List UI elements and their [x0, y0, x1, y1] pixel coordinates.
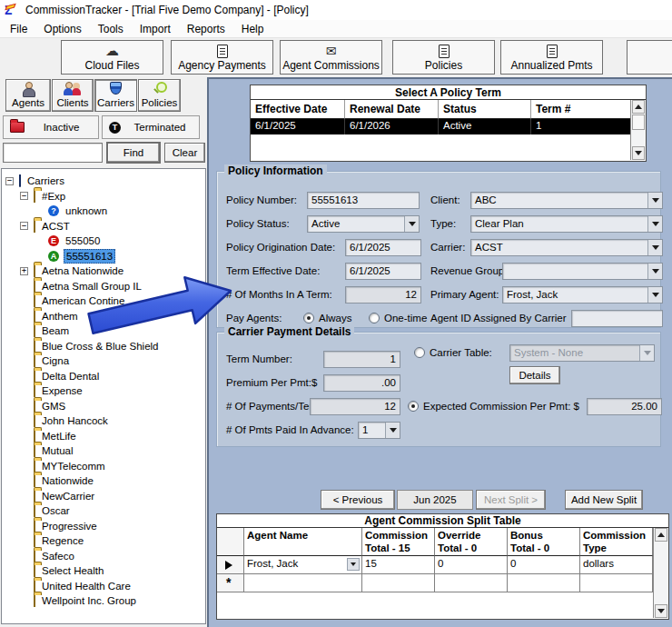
policy-term-scrollbar[interactable] — [630, 100, 646, 160]
tree-item[interactable]: Select Health — [2, 563, 205, 579]
type-dropdown[interactable]: Clear Plan — [470, 215, 663, 233]
menu-file[interactable]: File — [2, 21, 35, 37]
policy-term-row-selected[interactable]: 6/1/2025 6/1/2026 Active 1 — [251, 119, 630, 134]
previous-split-button[interactable]: < Previous Split — [321, 490, 395, 510]
clipped-toolbar-button[interactable]: Al — [627, 40, 672, 75]
months-in-term-field[interactable]: 12 — [345, 286, 421, 304]
chevron-down-icon[interactable] — [647, 240, 662, 255]
tree-item[interactable]: Cigna — [2, 353, 205, 369]
chevron-down-icon[interactable] — [347, 558, 360, 571]
tree-item[interactable]: MYTelecomm — [2, 459, 205, 474]
tree-item[interactable]: ACST — [2, 219, 205, 234]
tree-item[interactable]: Beam — [2, 323, 205, 339]
tree-item[interactable]: Mutual — [2, 443, 205, 459]
tree-item[interactable]: Wellpoint Inc. Group — [2, 593, 205, 609]
policy-status-dropdown[interactable]: Active — [307, 215, 420, 233]
menu-tools[interactable]: Tools — [90, 21, 132, 37]
menu-help[interactable]: Help — [233, 21, 272, 37]
policy-information-title: Policy Information — [224, 164, 327, 177]
terminated-filter-button[interactable]: Terminated — [102, 115, 200, 139]
split-table-row[interactable]: Frost, Jack 15 0 0 dollars — [217, 556, 653, 574]
chevron-down-icon[interactable] — [647, 287, 662, 303]
tree-item[interactable]: 555050 — [2, 234, 205, 249]
term-effective-date-field[interactable]: 6/1/2025 — [345, 263, 421, 280]
scroll-down-icon[interactable] — [655, 604, 667, 618]
tree-item[interactable]: Blue Cross & Blue Shield — [2, 339, 205, 354]
clear-button[interactable]: Clear — [164, 143, 205, 163]
tree-item[interactable]: John Hancock — [2, 413, 205, 429]
expand-expander-icon[interactable] — [20, 267, 34, 275]
add-new-split-button[interactable]: Add New Split — [565, 490, 643, 510]
scroll-up-icon[interactable] — [655, 528, 667, 542]
title-bar: CommissionTracker - [Trial Five Demo Com… — [0, 0, 672, 20]
person-icon — [6, 80, 50, 96]
pay-agents-always-radio[interactable] — [303, 313, 314, 323]
folder-icon — [34, 385, 35, 396]
tree-item[interactable]: United Health Care — [2, 579, 205, 594]
tree-item[interactable]: unknown — [2, 204, 205, 219]
agent-name-cell[interactable]: Frost, Jack — [244, 556, 362, 574]
tree-item[interactable]: NewCarrier — [2, 489, 205, 504]
expected-commission-radio[interactable] — [408, 401, 419, 412]
scroll-down-icon[interactable] — [632, 146, 645, 160]
tree-item[interactable]: Safeco — [2, 549, 205, 564]
client-dropdown[interactable]: ABC — [470, 192, 663, 209]
collapse-expander-icon[interactable] — [5, 177, 19, 185]
tree-item[interactable]: Oscar — [2, 503, 205, 519]
agent-id-field[interactable] — [571, 310, 663, 327]
primary-agent-dropdown[interactable]: Frost, Jack — [502, 286, 663, 304]
split-table-new-row[interactable] — [217, 574, 653, 592]
tree-item[interactable]: Delta Dental — [2, 369, 205, 384]
carrier-table-radio[interactable] — [414, 347, 425, 358]
revenue-group-dropdown[interactable] — [502, 263, 663, 280]
annualized-pmts-button[interactable]: Annualized Pmts — [500, 40, 603, 75]
tree-item-carriers-root[interactable]: Carriers — [2, 174, 205, 189]
scroll-up-icon[interactable] — [632, 100, 645, 114]
scrollbar-thumb[interactable] — [632, 114, 645, 130]
search-input[interactable] — [3, 143, 103, 163]
agent-commissions-button[interactable]: ✉ Agent Commissions — [280, 40, 382, 75]
inactive-filter-button[interactable]: Inactive — [3, 115, 99, 139]
find-button[interactable]: Find — [107, 143, 160, 163]
agency-payments-button[interactable]: Agency Payments — [171, 40, 273, 75]
tree-item[interactable]: Regence — [2, 533, 205, 549]
cloud-files-button[interactable]: ☁ Cloud Files — [61, 40, 163, 75]
tree-item[interactable]: Expense — [2, 383, 205, 399]
pay-agents-onetime-radio[interactable] — [369, 313, 380, 323]
collapse-expander-icon[interactable] — [20, 192, 34, 200]
expected-commission-field[interactable]: 25.00 — [587, 398, 662, 415]
policy-number-field[interactable]: 55551613 — [307, 192, 420, 209]
pmts-in-advance-dropdown[interactable]: 1 — [358, 422, 400, 439]
tab-carriers[interactable]: Carriers — [94, 79, 137, 112]
tab-clients[interactable]: Clients — [52, 79, 94, 112]
details-button[interactable]: Details — [509, 366, 560, 384]
tree-item[interactable]: GMS — [2, 399, 205, 414]
split-table-scrollbar[interactable] — [653, 528, 668, 618]
tree-item[interactable]: Aetna Nationwide — [2, 264, 205, 279]
menu-import[interactable]: Import — [132, 21, 179, 37]
payments-per-term-field[interactable]: 12 — [310, 398, 400, 415]
tab-policies[interactable]: Policies — [138, 79, 181, 112]
chevron-down-icon[interactable] — [647, 193, 662, 208]
chevron-down-icon[interactable] — [647, 216, 662, 232]
chevron-down-icon[interactable] — [647, 264, 662, 279]
menu-options[interactable]: Options — [35, 21, 89, 37]
tree-item[interactable]: #Exp — [2, 189, 205, 204]
tree-item[interactable]: Nationwide — [2, 473, 205, 489]
tree-item-selected[interactable]: 55551613 — [2, 249, 205, 264]
chevron-down-icon[interactable] — [385, 423, 400, 438]
tree-item[interactable]: Progressive — [2, 519, 205, 534]
menu-reports[interactable]: Reports — [179, 21, 233, 37]
tree-item[interactable]: American Contine — [2, 294, 205, 309]
tab-agents[interactable]: Agents — [5, 79, 51, 112]
policies-button[interactable]: Policies — [392, 40, 495, 75]
tree-item[interactable]: Aetna Small Group IL — [2, 279, 205, 294]
tree-item[interactable]: Anthem — [2, 309, 205, 324]
term-number-field[interactable]: 1 — [323, 351, 400, 368]
tree-item[interactable]: MetLife — [2, 429, 205, 444]
premium-per-pmt-field[interactable]: .00 — [323, 374, 400, 392]
carrier-dropdown[interactable]: ACST — [470, 239, 663, 256]
chevron-down-icon[interactable] — [404, 216, 419, 232]
collapse-expander-icon[interactable] — [20, 222, 34, 230]
origination-date-field[interactable]: 6/1/2025 — [345, 239, 421, 256]
